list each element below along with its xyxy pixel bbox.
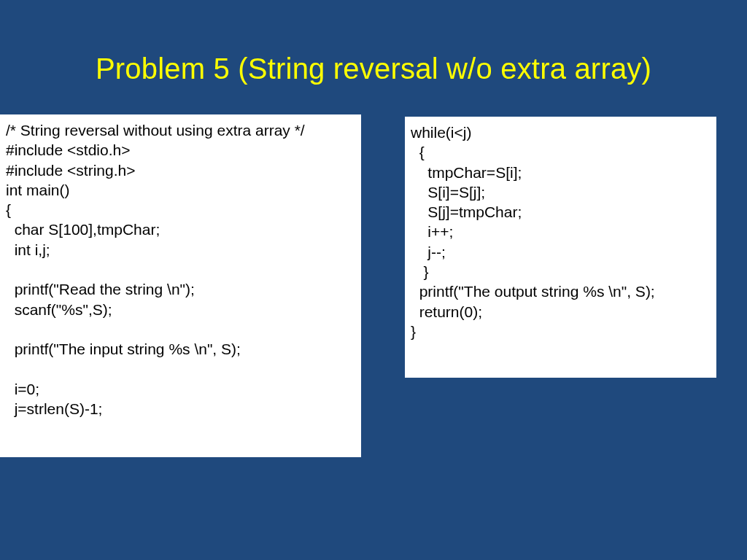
slide: Problem 5 (String reversal w/o extra arr…	[0, 0, 747, 560]
code-block-right: while(i<j) { tmpChar=S[i]; S[i]=S[j]; S[…	[405, 117, 716, 378]
code-block-left: /* String reversal without using extra a…	[0, 114, 361, 457]
content-area: /* String reversal without using extra a…	[0, 114, 747, 457]
slide-title: Problem 5 (String reversal w/o extra arr…	[0, 0, 747, 114]
